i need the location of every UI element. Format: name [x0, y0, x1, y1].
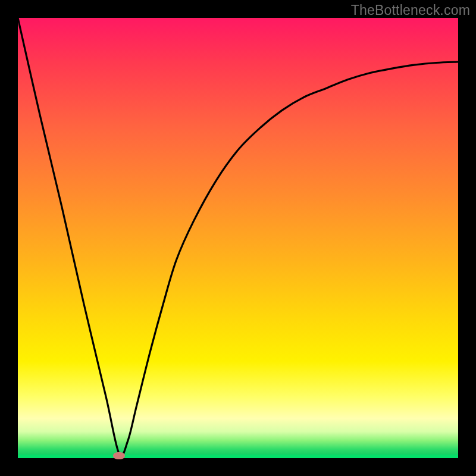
- bottleneck-curve: [18, 18, 458, 456]
- optimal-point-marker: [113, 452, 125, 459]
- bottleneck-curve-svg: [18, 18, 458, 458]
- chart-frame: TheBottleneck.com: [0, 0, 476, 476]
- watermark-text: TheBottleneck.com: [351, 2, 470, 18]
